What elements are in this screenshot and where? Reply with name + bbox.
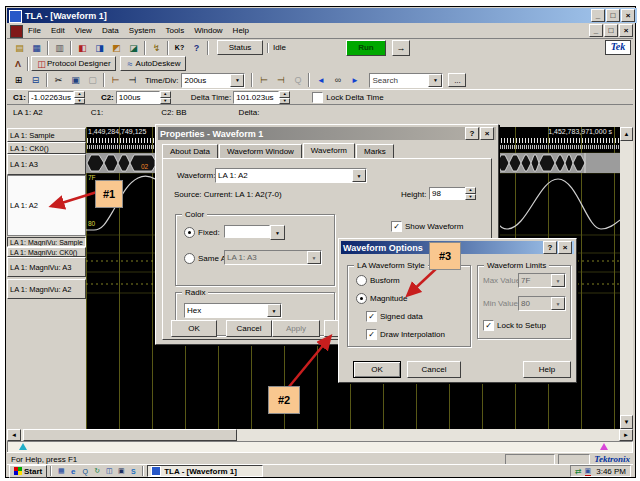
cursor-marker-c2[interactable] <box>600 443 608 450</box>
timediv-combo[interactable]: 200us ▼ <box>181 73 245 88</box>
draw-interpolation-checkbox[interactable]: ✓ Draw Interpolation <box>366 329 445 340</box>
start-button[interactable]: Start <box>9 465 47 478</box>
trigger-icon[interactable]: ↯ <box>148 40 165 55</box>
run-arrow-button[interactable]: → <box>392 40 410 56</box>
quick-launch-icon[interactable]: ▦ <box>55 466 67 476</box>
lock-to-setup-checkbox[interactable]: ✓ Lock to Setup <box>483 320 546 331</box>
options-cancel-button[interactable]: Cancel <box>407 361 461 378</box>
close-icon[interactable]: × <box>558 241 572 254</box>
quick-launch-icon[interactable]: ◫ <box>103 466 115 476</box>
waveform-label-a2-selected[interactable]: LA 1: A2 <box>7 175 86 236</box>
fixed-radio[interactable]: Fixed: <box>184 227 220 238</box>
quick-launch-icon[interactable]: Q <box>79 466 91 476</box>
search-combo[interactable]: Search ▼ <box>369 73 443 88</box>
scroll-right-icon[interactable]: ► <box>619 429 633 441</box>
quick-launch-icon[interactable]: ↻ <box>91 466 103 476</box>
dropdown-icon[interactable]: ▼ <box>428 74 442 87</box>
go-to-trigger-icon[interactable]: ⊢ <box>107 73 124 88</box>
vertical-scrollbar[interactable]: ▲ ▼ <box>620 127 633 429</box>
binoculars-icon[interactable]: ∞ <box>329 73 346 88</box>
child-close-button[interactable]: × <box>619 24 633 37</box>
options-ok-button[interactable]: OK <box>353 361 401 378</box>
waveform-label-sample[interactable]: LA 1: Sample <box>7 128 86 142</box>
waveform-label-magnivu-sample[interactable]: LA 1: MagniVu: Sample <box>7 237 86 247</box>
menu-file[interactable]: File <box>23 25 46 36</box>
restore-button[interactable]: □ <box>606 9 620 22</box>
listing-window-icon[interactable]: ◩ <box>108 40 125 55</box>
height-spinner[interactable]: ▲▼ <box>465 187 476 200</box>
child-minimize-button[interactable]: _ <box>589 24 603 37</box>
tab-marks[interactable]: Marks <box>356 144 394 159</box>
waveform-label-magnivu-a3[interactable]: LA 1: MagniVu: A3 <box>7 257 86 277</box>
scrollbar-thumb[interactable] <box>23 429 237 441</box>
search-options-button[interactable]: ... <box>448 73 466 87</box>
setup-window-icon[interactable]: ◧ <box>74 40 91 55</box>
minimize-button[interactable]: _ <box>591 9 605 22</box>
scroll-left-icon[interactable]: ◄ <box>7 429 21 441</box>
help-icon[interactable]: ? <box>188 40 205 55</box>
quick-launch-icon[interactable]: ▣ <box>115 466 127 476</box>
network-tray-icon[interactable]: ⇄ <box>575 467 582 476</box>
tab-waveform-window[interactable]: Waveform Window <box>219 144 302 159</box>
radix-combo[interactable]: Hex ▼ <box>184 303 282 318</box>
tool-hammer-icon[interactable]: Λ <box>11 56 25 71</box>
properties-title-bar[interactable]: Properties - Waveform 1 ? × <box>158 127 496 140</box>
c1-input[interactable]: -1.02263us <box>28 91 74 104</box>
protocol-designer-button[interactable]: ◫ Protocol Designer <box>31 56 116 71</box>
tab-waveform[interactable]: Waveform <box>303 143 355 159</box>
magnitude-radio[interactable]: Magnitude <box>356 293 407 304</box>
status-button[interactable]: Status <box>217 40 263 55</box>
signed-data-checkbox[interactable]: ✓ Signed data <box>366 311 423 322</box>
autodeskew-button[interactable]: ≈ AutoDeskew <box>120 56 186 71</box>
help-select-icon[interactable]: K? <box>171 40 188 55</box>
properties-apply-button[interactable]: Apply <box>272 320 320 337</box>
taskbar-task-button[interactable]: TLA - [Waveform 1] <box>147 465 263 477</box>
waveform-label-ck0[interactable]: LA 1: CK0() <box>7 142 86 154</box>
tab-about-data[interactable]: About Data <box>162 144 218 159</box>
save-icon[interactable]: ▦ <box>28 40 45 55</box>
context-help-icon[interactable]: ? <box>543 241 557 254</box>
properties-icon[interactable]: ⊣ <box>124 73 141 88</box>
menu-system[interactable]: System <box>124 25 161 36</box>
device-tray-icon[interactable]: ▣ <box>585 467 592 476</box>
c2-input[interactable]: 100us <box>116 91 160 104</box>
next-match-icon[interactable]: ► <box>346 73 363 88</box>
color-dropdown-icon[interactable]: ▼ <box>270 225 285 240</box>
c2-spinner[interactable]: ▲▼ <box>160 91 171 104</box>
quick-launch-icon[interactable]: S <box>127 466 139 476</box>
show-waveform-checkbox[interactable]: ✓ Show Waveform <box>391 221 463 232</box>
print-icon[interactable]: ▥ <box>51 40 68 55</box>
options-help-button[interactable]: Help <box>523 361 571 378</box>
trigger-window-icon[interactable]: ◨ <box>91 40 108 55</box>
waveform-combo[interactable]: LA 1: A2 ▼ <box>215 168 367 183</box>
context-help-icon[interactable]: ? <box>465 127 479 140</box>
run-button[interactable]: Run <box>346 40 386 56</box>
zoom-out-icon[interactable]: ⊣ <box>272 73 289 88</box>
scroll-up-icon[interactable]: ▲ <box>620 127 633 141</box>
waveform-label-magnivu-a2[interactable]: LA 1: MagniVu: A2 <box>7 279 86 299</box>
properties-cancel-button[interactable]: Cancel <box>226 320 272 337</box>
previous-match-icon[interactable]: ◄ <box>312 73 329 88</box>
busform-radio[interactable]: Busform <box>356 275 400 286</box>
c1-spinner[interactable]: ▲▼ <box>74 91 85 104</box>
close-button[interactable]: × <box>621 9 635 22</box>
close-icon[interactable]: × <box>480 127 494 140</box>
child-restore-button[interactable]: □ <box>604 24 618 37</box>
cut-icon[interactable]: ✂ <box>50 73 67 88</box>
menu-view[interactable]: View <box>70 25 97 36</box>
properties-ok-button[interactable]: OK <box>171 320 217 337</box>
paste-icon[interactable]: ▢ <box>84 73 101 88</box>
zoom-in-icon[interactable]: ⊢ <box>255 73 272 88</box>
copy-icon[interactable]: ▣ <box>67 73 84 88</box>
open-icon[interactable]: ▤ <box>11 40 28 55</box>
menu-edit[interactable]: Edit <box>46 25 70 36</box>
scroll-down-icon[interactable]: ▼ <box>620 415 633 429</box>
waveform-window-icon[interactable]: ◪ <box>125 40 142 55</box>
dropdown-icon[interactable]: ▼ <box>230 74 244 87</box>
add-waveform-icon[interactable]: ⊞ <box>10 73 27 88</box>
menu-data[interactable]: Data <box>97 25 124 36</box>
waveform-label-magnivu-ck0[interactable]: LA 1: MagniVu: CK0() <box>7 247 86 257</box>
menu-tools[interactable]: Tools <box>160 25 189 36</box>
height-input[interactable]: 98 <box>429 187 467 200</box>
fixed-color-swatch[interactable] <box>224 225 270 238</box>
